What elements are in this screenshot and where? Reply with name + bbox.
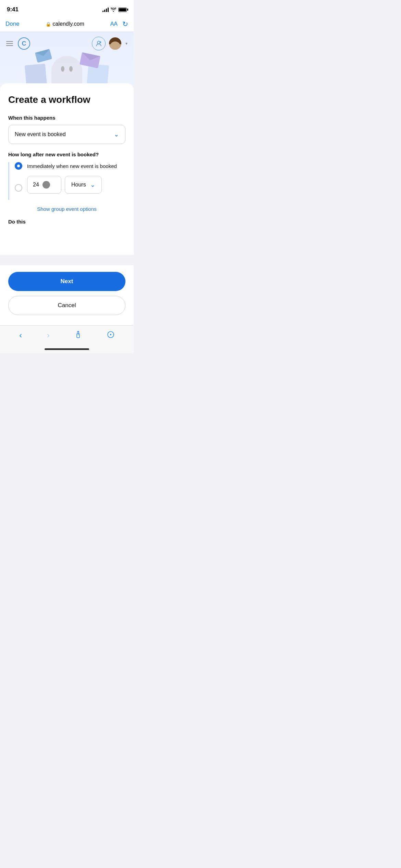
url-bar: 🔒 calendly.com [20,21,110,27]
battery-icon [118,8,127,12]
radio-immediately-label: Immediately when new event is booked [27,162,117,170]
trigger-dropdown[interactable]: New event is booked ⌄ [8,125,125,144]
next-button[interactable]: Next [8,272,125,291]
refresh-icon[interactable]: ↻ [122,20,128,28]
home-indicator [0,348,134,353]
browser-nav: ‹ › [0,325,134,348]
svg-point-5 [110,334,111,335]
hours-unit-label: Hours [71,182,86,188]
hours-row: 24 Hours ⌄ [27,176,102,194]
illustration [19,42,115,90]
modal-title: Create a workflow [8,94,125,105]
home-bar [45,348,89,350]
browser-actions: AA ↻ [110,20,128,28]
radio-custom-circle[interactable] [15,184,22,192]
wifi-icon [111,8,116,12]
browser-bar: Done 🔒 calendly.com AA ↻ [0,17,134,32]
status-time: 9:41 [7,6,19,13]
when-label: When this happens [8,115,125,121]
trigger-value: New event is booked [15,131,66,137]
lock-icon: 🔒 [46,22,51,27]
done-button[interactable]: Done [5,21,20,27]
trigger-chevron-icon: ⌄ [114,131,119,138]
page-background: C ▾ [0,32,134,90]
radio-immediately-circle[interactable] [15,162,22,170]
stepper-icon[interactable] [42,181,50,189]
radio-immediately[interactable]: Immediately when new event is booked [15,162,125,170]
bottom-actions: Next Cancel [0,265,134,325]
cancel-button[interactable]: Cancel [8,296,125,315]
how-long-label: How long after new event is booked? [8,152,125,157]
forward-button[interactable]: › [47,330,50,340]
hours-number-input[interactable]: 24 [27,176,61,194]
compass-button[interactable] [107,331,114,340]
divider [0,256,134,256]
radio-custom[interactable]: 24 Hours ⌄ [15,176,125,200]
avatar-chevron-icon: ▾ [125,41,127,46]
back-button[interactable]: ‹ [19,330,22,340]
url-text: calendly.com [53,21,84,27]
hamburger-menu[interactable] [6,41,13,46]
signal-icon [102,7,109,12]
do-this-label: Do this [8,219,125,225]
hours-number: 24 [33,182,39,188]
hours-unit-dropdown[interactable]: Hours ⌄ [65,176,102,194]
radio-options: Immediately when new event is booked 24 … [8,162,125,200]
show-group-link[interactable]: Show group event options [8,206,125,212]
share-button[interactable] [74,331,82,340]
aa-button[interactable]: AA [110,21,118,27]
hours-chevron-icon: ⌄ [90,181,95,189]
status-bar: 9:41 [0,0,134,17]
status-icons [102,7,127,12]
modal-card: Create a workflow When this happens New … [0,83,134,255]
